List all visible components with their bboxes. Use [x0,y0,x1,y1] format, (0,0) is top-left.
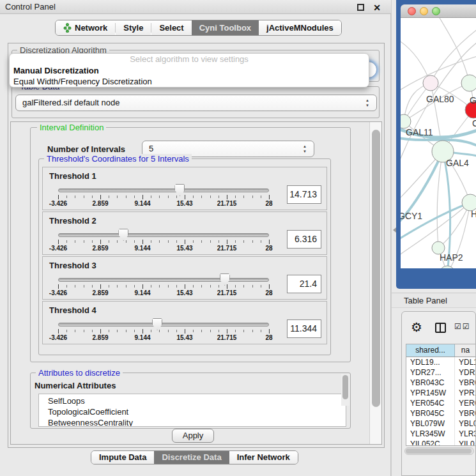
network-node[interactable] [461,75,476,91]
threshold-value-field[interactable]: 6.316 [287,230,321,249]
table-row[interactable]: YIL052CYIL0 [406,439,476,446]
threshold-slider-track[interactable] [58,278,269,282]
group-title: Interval Definition [37,123,106,132]
cell-shared-name[interactable]: YPR145W [406,388,455,398]
column-checkboxes-icon[interactable]: ☑☑ [454,322,471,331]
cell-name[interactable]: YDR2 [455,367,476,378]
network-node[interactable] [423,75,438,91]
panel-title: Control Panel [5,0,56,14]
tab-network[interactable]: Network [56,20,115,35]
table-row[interactable]: YBR043CYBR0 [406,378,476,388]
threshold-value-field[interactable]: 11.344 [287,319,321,338]
cell-shared-name[interactable]: YIL052C [406,439,455,446]
float-window-icon[interactable] [357,4,364,11]
network-window-titlebar[interactable] [401,4,476,18]
tab-style[interactable]: Style [116,20,151,35]
tab-select[interactable]: Select [151,20,191,35]
network-node[interactable] [440,266,455,268]
table-row[interactable]: YDR27...YDR2 [406,367,476,378]
cell-name[interactable]: YPR1 [455,388,476,398]
node-label: C [472,118,476,128]
cell-name[interactable]: YDL1 [455,357,476,367]
threshold-panel: Threshold 4 -3.4262.8599.14415.4321.7152… [42,301,327,344]
table-row[interactable]: YPR145WYPR1 [406,388,476,398]
tab-label: Cyni Toolbox [199,20,251,35]
table-row[interactable]: YBR045CYBR0 [406,408,476,418]
slider-ticks [58,195,270,200]
threshold-slider-track[interactable] [58,188,269,192]
dropdown-prompt: Select algorithm to view settings [10,54,369,65]
threshold-value-field[interactable]: 21.4 [287,275,321,293]
numerical-attributes-label: Numerical Attributes [35,381,116,390]
column-header-shared-name[interactable]: shared... [406,344,455,357]
cell-shared-name[interactable]: YER054C [406,398,455,408]
attribute-item[interactable]: TopologicalCoefficient [39,406,346,417]
combobox-value: galFiltered.sif default node [22,95,119,111]
close-icon[interactable]: ✕ [373,1,381,15]
threshold-value-field[interactable]: 14.713 [287,185,321,204]
node-label: GAL11 [406,127,433,137]
slider-ticks [58,284,270,289]
cell-name[interactable]: YLR3 [455,429,476,439]
table-row[interactable]: YLR345WYLR3 [406,429,476,439]
network-canvas[interactable]: GAL80GACGAL11GAL4GCY1HHAP2 [401,18,476,268]
close-traffic-light[interactable] [408,7,416,15]
spinner-arrows-icon: ▲▼ [364,98,371,108]
cell-shared-name[interactable]: YDL19... [406,357,455,367]
tab-impute-data[interactable]: Impute Data [91,451,154,464]
table-row[interactable]: YBL079WYBL0 [406,418,476,429]
panel-splitter[interactable] [391,0,392,476]
settings-scroll-area: Interval Definition Number of Intervals … [10,121,382,445]
tab-discretize-data[interactable]: Discretize Data [154,451,229,464]
cell-shared-name[interactable]: YBR043C [406,378,455,388]
dropdown-option-equal-width-frequency[interactable]: Equal Width/Frequency Discretization [10,76,369,87]
node-label: GAL4 [446,158,469,168]
threshold-label: Threshold 2 [49,216,96,226]
table-row[interactable]: YER054CYER0 [406,398,476,408]
control-panel: Control Panel ✕ Network Style Select Cyn… [0,0,391,476]
tab-cyni-toolbox[interactable]: Cyni Toolbox [192,20,259,35]
table-row[interactable]: YDL19...YDL1 [406,357,476,367]
cell-name[interactable]: YBR0 [455,408,476,418]
tab-jactivemnodules[interactable]: jActiveMNodules [259,20,341,35]
cell-name[interactable]: YBL0 [455,418,476,429]
table-data-combobox[interactable]: galFiltered.sif default node ▲▼ [15,95,377,111]
spinner-arrows-icon: ▲▼ [302,144,308,154]
slider-tick-labels: -3.4262.8599.14415.4321.71528 [58,245,270,252]
threshold-panel: Threshold 3 -3.4262.8599.14415.4321.7152… [42,256,327,300]
main-scrollbar-thumb[interactable] [372,130,380,407]
cell-name[interactable]: YER0 [455,398,476,408]
threshold-label: Threshold 1 [49,171,96,181]
threshold-slider-track[interactable] [58,233,269,237]
tab-infer-network[interactable]: Infer Network [229,451,298,464]
dropdown-option-manual-discretization[interactable]: Manual Discretization [10,65,369,76]
apply-button[interactable]: Apply [172,429,214,443]
cell-shared-name[interactable]: YBR045C [406,408,455,418]
threshold-panels: Threshold 1 -3.4262.8599.14415.4321.7152… [42,167,327,346]
table-panel-titlebar: Table Panel [392,293,476,308]
column-header-name[interactable]: na [455,344,476,357]
attribute-item[interactable]: SelfLoops [39,395,346,406]
cell-name[interactable]: YBR0 [455,378,476,388]
cell-shared-name[interactable]: YLR345W [406,429,455,439]
table-horizontal-scrollbar[interactable] [404,447,474,455]
interval-definition-group: Interval Definition Number of Intervals … [30,127,351,362]
threshold-label: Threshold 3 [49,261,96,270]
cell-name[interactable]: YIL0 [455,439,476,446]
numerical-attributes-list[interactable]: SelfLoopsTopologicalCoefficientBetweenne… [38,394,346,427]
attributes-list-scrollbar[interactable] [341,374,349,406]
cell-shared-name[interactable]: YBL079W [406,418,455,429]
group-title: Threshold's Coordinates for 5 Intervals [44,154,192,164]
cell-shared-name[interactable]: YDR27... [406,367,455,378]
thresholds-group: Threshold's Coordinates for 5 Intervals … [38,158,331,355]
threshold-label: Threshold 4 [49,305,96,315]
split-columns-icon[interactable] [435,323,446,333]
main-scrollbar-track[interactable] [369,122,382,444]
zoom-traffic-light[interactable] [432,7,440,15]
threshold-slider-track[interactable] [58,323,269,326]
minimize-traffic-light[interactable] [420,7,428,15]
slider-tick-labels: -3.4262.8599.14415.4321.71528 [58,334,270,342]
gear-icon[interactable]: ⚙ [411,319,422,335]
slider-ticks [58,240,270,245]
attribute-item[interactable]: BetweennessCentrality [39,417,346,427]
